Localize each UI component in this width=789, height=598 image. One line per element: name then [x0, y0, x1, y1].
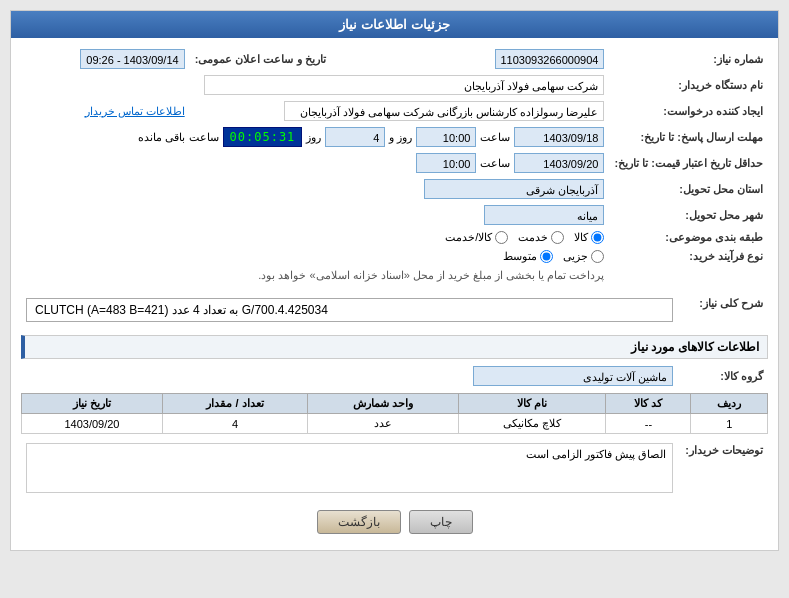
info-table: شماره نیاز: 1103093266000904 تاریخ و ساع… [21, 46, 768, 285]
date-from-value: 1403/09/14 - 09:26 [80, 49, 184, 69]
validity-row-content: 1403/09/20 ساعت 10:00 [26, 153, 604, 173]
category-khedmat-radio[interactable] [551, 231, 564, 244]
validity-time-label: ساعت [480, 157, 510, 170]
cell-name: کلاچ مکانیکی [459, 414, 606, 434]
col-unit: واحد شمارش [308, 394, 459, 414]
category-kala: کالا [574, 231, 604, 244]
group-label: گروه کالا: [678, 363, 768, 389]
order-number-value: 1103093266000904 [495, 49, 605, 69]
category-khedmat-label: خدمت [518, 231, 548, 244]
goods-section-title: اطلاعات کالاهای مورد نیاز [21, 335, 768, 359]
contact-link[interactable]: اطلاعات تماس خریدار [85, 105, 185, 117]
type-motavasset: متوسط [503, 250, 553, 263]
page-header: جزئیات اطلاعات نیاز [11, 11, 778, 38]
items-header-row: ردیف کد کالا نام کالا واحد شمارش تعداد /… [22, 394, 768, 414]
main-container: جزئیات اطلاعات نیاز شماره نیاز: 11030932… [10, 10, 779, 551]
category-kala-label: کالا [574, 231, 588, 244]
category-both: کالا/خدمت [445, 231, 508, 244]
type-jozyi: جزیی [563, 250, 604, 263]
clutch-label: شرح کلی نیاز: [678, 291, 768, 329]
note-row: پرداخت تمام یا بخشی از مبلغ خرید از محل … [21, 266, 768, 285]
creator-row: ایجاد کننده درخواست: علیرضا رسولزاده کار… [21, 98, 768, 124]
cell-quantity: 4 [162, 414, 307, 434]
print-button[interactable]: چاپ [409, 510, 473, 534]
col-date: تاریخ نیاز [22, 394, 163, 414]
back-button[interactable]: بازگشت [317, 510, 401, 534]
items-table: ردیف کد کالا نام کالا واحد شمارش تعداد /… [21, 393, 768, 434]
province-row: استان محل تحویل: آذربایجان شرقی [21, 176, 768, 202]
notes-row: توضیحات خریدار: الصاق پیش فاکتور الزامی … [21, 440, 768, 496]
clutch-table: شرح کلی نیاز: CLUTCH (A=483 B=421) به تع… [21, 291, 768, 329]
validity-date: 1403/09/20 [514, 153, 604, 173]
buyer-label: نام دستگاه خریدار: [609, 72, 768, 98]
order-row: شماره نیاز: 1103093266000904 تاریخ و ساع… [21, 46, 768, 72]
content-area: شماره نیاز: 1103093266000904 تاریخ و ساع… [11, 38, 778, 550]
deadline-days: 4 [325, 127, 385, 147]
city-row: شهر محل تحویل: میانه [21, 202, 768, 228]
type-motavasset-radio[interactable] [540, 250, 553, 263]
purchase-type-group: جزیی متوسط [26, 250, 604, 263]
province-label: استان محل تحویل: [609, 176, 768, 202]
deadline-date: 1403/09/18 [514, 127, 604, 147]
days-label: روز و [389, 131, 412, 144]
purchase-type-label: نوع فرآیند خرید: [609, 247, 768, 266]
type-jozyi-label: جزیی [563, 250, 588, 263]
col-code: کد کالا [606, 394, 691, 414]
countdown-timer: 00:05:31 [223, 127, 303, 147]
page-title: جزئیات اطلاعات نیاز [339, 17, 449, 32]
cell-row_num: 1 [691, 414, 768, 434]
category-both-label: کالا/خدمت [445, 231, 492, 244]
type-jozyi-radio[interactable] [591, 250, 604, 263]
group-row: گروه کالا: ماشین آلات تولیدی [21, 363, 768, 389]
cell-unit: عدد [308, 414, 459, 434]
deadline-time: 10:00 [416, 127, 476, 147]
deadline-label: مهلت ارسال پاسخ: تا تاریخ: [609, 124, 768, 150]
category-both-radio[interactable] [495, 231, 508, 244]
creator-label: ایجاد کننده درخواست: [609, 98, 768, 124]
category-label: طبقه بندی موضوعی: [609, 228, 768, 247]
timer-label: ساعت باقی مانده [138, 131, 218, 144]
table-row: 1--کلاچ مکانیکیعدد41403/09/20 [22, 414, 768, 434]
time-label: ساعت [480, 131, 510, 144]
buyer-row: نام دستگاه خریدار: شرکت سهامی فولاد آذرب… [21, 72, 768, 98]
notes-label: توضیحات خریدار: [678, 440, 768, 496]
col-qty: تعداد / مقدار [162, 394, 307, 414]
buyer-value: شرکت سهامی فولاد آذربایجان [204, 75, 604, 95]
deadline-row: مهلت ارسال پاسخ: تا تاریخ: 1403/09/18 سا… [21, 124, 768, 150]
notes-table: توضیحات خریدار: الصاق پیش فاکتور الزامی … [21, 440, 768, 496]
col-name: نام کالا [459, 394, 606, 414]
city-label: شهر محل تحویل: [609, 202, 768, 228]
cell-code: -- [606, 414, 691, 434]
purchase-type-row: نوع فرآیند خرید: جزیی متوسط [21, 247, 768, 266]
province-value: آذربایجان شرقی [424, 179, 604, 199]
category-radio-group: کالا خدمت کالا/خدمت [26, 231, 604, 244]
category-kala-radio[interactable] [591, 231, 604, 244]
footer-buttons: چاپ بازگشت [21, 502, 768, 542]
deadline-row-content: 1403/09/18 ساعت 10:00 روز و 4 روز 00:05:… [26, 127, 604, 147]
order-number-label: شماره نیاز: [609, 46, 768, 72]
cell-date: 1403/09/20 [22, 414, 163, 434]
notes-value: الصاق پیش فاکتور الزامی است [526, 448, 666, 460]
purchase-note: پرداخت تمام یا بخشی از مبلغ خرید از محل … [258, 269, 604, 281]
group-value: ماشین آلات تولیدی [473, 366, 673, 386]
category-row: طبقه بندی موضوعی: کالا خدمت [21, 228, 768, 247]
clutch-row: شرح کلی نیاز: CLUTCH (A=483 B=421) به تع… [21, 291, 768, 329]
city-value: میانه [484, 205, 604, 225]
validity-label: حداقل تاریخ اعتبار قیمت: تا تاریخ: [609, 150, 768, 176]
validity-row: حداقل تاریخ اعتبار قیمت: تا تاریخ: 1403/… [21, 150, 768, 176]
clutch-text-box: CLUTCH (A=483 B=421) به تعداد 4 عدد G/70… [26, 298, 673, 322]
date-time-label: تاریخ و ساعت اعلان عمومی: [190, 46, 331, 72]
clutch-text: CLUTCH (A=483 B=421) به تعداد 4 عدد G/70… [35, 303, 328, 317]
days-text: روز [306, 131, 321, 144]
type-motavasset-label: متوسط [503, 250, 537, 263]
col-rownum: ردیف [691, 394, 768, 414]
category-khedmat: خدمت [518, 231, 564, 244]
notes-box: الصاق پیش فاکتور الزامی است [26, 443, 673, 493]
group-table: گروه کالا: ماشین آلات تولیدی [21, 363, 768, 389]
creator-value: علیرضا رسولزاده کارشناس بازرگانی شرکت سه… [284, 101, 604, 121]
validity-time: 10:00 [416, 153, 476, 173]
